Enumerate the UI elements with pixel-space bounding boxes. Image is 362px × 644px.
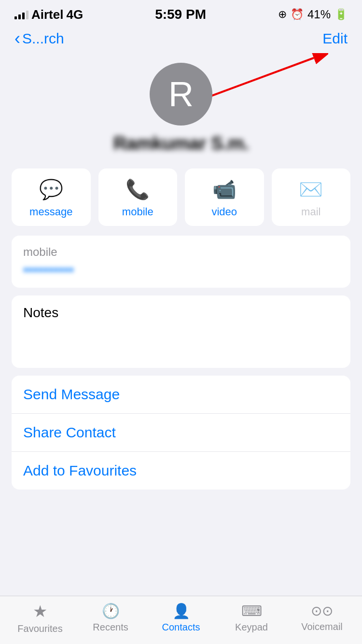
location-icon: ⊕ [278,8,287,21]
signal-icon [14,10,28,19]
notes-label: Notes [23,305,339,321]
tab-recents[interactable]: 🕐 Recents [75,602,146,633]
tab-keypad-label: Keypad [235,622,268,633]
chevron-left-icon: ‹ [14,30,20,47]
voicemail-icon: ⊙⊙ [311,603,333,619]
video-button[interactable]: 📹 video [185,168,264,226]
tab-voicemail[interactable]: ⊙⊙ Voicemail [287,603,357,632]
mail-button[interactable]: ✉️ mail [272,168,351,226]
clock-icon: 🕐 [102,602,120,619]
star-icon: ★ [33,602,47,621]
video-label: video [211,206,237,218]
mobile-button[interactable]: 📞 mobile [98,168,178,226]
mobile-label: mobile [122,206,153,218]
status-bar: Airtel 4G 5:59 PM ⊕ ⏰ 41% 🔋 [0,0,362,26]
action-buttons: 💬 message 📞 mobile 📹 video ✉️ mail [0,159,362,236]
nav-bar: ‹ S...rch Edit [0,26,362,53]
battery-icon: 🔋 [334,8,348,21]
tab-bar: ★ Favourites 🕐 Recents 👤 Contacts ⌨ Keyp… [0,596,362,644]
message-label: message [29,206,72,218]
alarm-icon: ⏰ [291,8,304,21]
avatar-initial: R [168,74,194,114]
send-message-button[interactable]: Send Message [12,376,350,414]
person-icon: 👤 [172,602,190,619]
phone-icon: 📞 [125,178,150,201]
battery-label: 41% [307,8,331,21]
tab-contacts[interactable]: 👤 Contacts [146,602,216,633]
message-button[interactable]: 💬 message [12,168,91,226]
share-contact-button[interactable]: Share Contact [12,414,350,452]
mobile-number: •••••••••• [23,262,339,278]
mail-label: mail [301,206,320,218]
mobile-info-card[interactable]: mobile •••••••••• [12,236,350,288]
carrier-label: Airtel [31,7,63,22]
avatar: R [150,63,212,126]
tab-voicemail-label: Voicemail [301,621,343,632]
keypad-icon: ⌨ [241,602,262,619]
back-label: S...rch [22,30,64,47]
tab-favourites[interactable]: ★ Favourites [5,602,75,634]
tab-recents-label: Recents [93,622,128,633]
contact-name: Ramkumar S.m. [113,133,249,154]
status-left: Airtel 4G [14,7,83,22]
status-right: ⊕ ⏰ 41% 🔋 [278,8,348,21]
video-icon: 📹 [212,178,237,201]
network-label: 4G [66,7,83,22]
tab-favourites-label: Favourites [17,623,62,634]
mail-icon: ✉️ [299,178,323,201]
action-list-card: Send Message Share Contact Add to Favour… [12,376,350,490]
back-button[interactable]: ‹ S...rch [14,30,64,47]
edit-button[interactable]: Edit [322,30,348,47]
avatar-section: R Ramkumar S.m. [0,53,362,159]
time-label: 5:59 PM [155,7,206,22]
notes-card[interactable]: Notes [12,295,350,368]
message-icon: 💬 [39,178,63,201]
tab-contacts-label: Contacts [162,622,200,633]
add-to-favourites-button[interactable]: Add to Favourites [12,452,350,490]
mobile-field-label: mobile [23,245,339,259]
tab-keypad[interactable]: ⌨ Keypad [216,602,287,633]
